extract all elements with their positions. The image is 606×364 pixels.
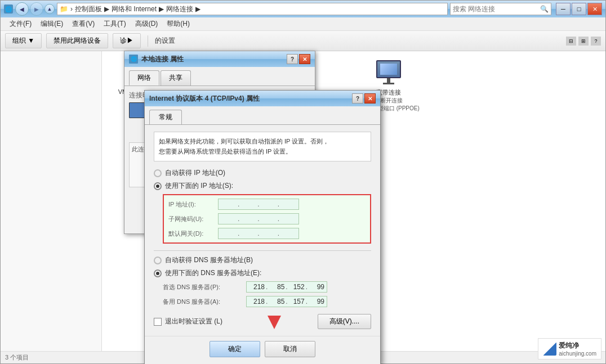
ip-octet-3[interactable] <box>261 200 277 208</box>
menu-file[interactable]: 文件(F) <box>5 18 36 30</box>
search-bar[interactable]: 🔍 <box>450 3 551 15</box>
subnet-input[interactable]: . . . <box>218 213 299 224</box>
primary-dns-4[interactable]: 99 <box>309 283 324 291</box>
title-bar: 🌐 ◀ ▶ ▲ 📁 › 控制面板 ▶ 网络和 Internet ▶ 网络连接 ▶… <box>1 1 605 17</box>
radio-auto-ip[interactable] <box>154 169 162 177</box>
status-text: 3 个项目 <box>5 353 29 362</box>
dialog-tcp-title-bar: Internet 协议版本 4 (TCP/IPv4) 属性 ? ✕ <box>145 91 380 106</box>
gateway-label: 默认网关(D): <box>168 230 213 238</box>
menu-help[interactable]: 帮助(H) <box>162 18 194 30</box>
subnet-label: 子网掩码(U): <box>168 215 213 223</box>
radio-manual-dns[interactable] <box>154 269 162 277</box>
primary-dns-2[interactable]: 85 <box>269 283 284 291</box>
breadcrumb-internet[interactable]: 网络和 Internet <box>112 5 157 14</box>
gateway-octet-1[interactable] <box>221 230 237 237</box>
primary-dns-3[interactable]: 152 <box>289 283 305 291</box>
tab-share[interactable]: 共享 <box>161 70 191 86</box>
secondary-dns-label: 备用 DNS 服务器(A): <box>163 298 242 306</box>
disable-network-button[interactable]: 禁用此网络设备 <box>46 33 108 48</box>
window-controls: ─ □ ✕ <box>556 3 602 15</box>
gateway-row: 默认网关(D): . . . <box>168 228 366 239</box>
dialog-tcp-close[interactable]: ✕ <box>364 93 376 104</box>
gateway-input[interactable]: . . . <box>218 228 299 239</box>
minimize-button[interactable]: ─ <box>556 3 571 15</box>
secondary-dns-input[interactable]: 218 . 85 . 157 . 99 <box>246 296 327 307</box>
tcp-tabs: 常规 <box>145 106 380 124</box>
exit-verify-checkbox[interactable] <box>154 318 162 326</box>
radio-manual-ip[interactable] <box>154 182 162 190</box>
tcp-cancel-button[interactable]: 取消 <box>265 341 315 357</box>
radio-manual-dns-row[interactable]: 使用下面的 DNS 服务器地址(E): <box>154 268 371 278</box>
gateway-octet-2[interactable] <box>240 230 256 237</box>
close-button[interactable]: ✕ <box>587 3 602 15</box>
primary-dns-label: 首选 DNS 服务器(P): <box>163 283 242 291</box>
radio-auto-dns-row[interactable]: 自动获得 DNS 服务器地址(B) <box>154 255 371 265</box>
nav-controls: ◀ ▶ ▲ <box>15 2 55 16</box>
gateway-octet-4[interactable] <box>280 230 296 237</box>
advanced-button[interactable]: 高级(V).... <box>318 314 371 329</box>
radio-auto-dns[interactable] <box>154 257 162 264</box>
radio-auto-ip-row[interactable]: 自动获得 IP 地址(O) <box>154 168 371 178</box>
gateway-octet-3[interactable] <box>261 230 277 237</box>
menu-tools[interactable]: 工具(T) <box>99 18 130 30</box>
breadcrumb-arrow2: ▶ <box>159 5 164 13</box>
secondary-dns-3[interactable]: 157 <box>289 298 305 305</box>
ip-address-input[interactable]: . . . <box>218 199 299 210</box>
tcp-desc-text: 如果网络支持此功能，则可以获取自动指派的 IP 设置。否则，您需要从网络系统管理… <box>159 138 329 155</box>
breadcrumb-item: 📁 <box>60 5 68 13</box>
tcp-ok-button[interactable]: 确定 <box>210 341 260 357</box>
search-icon: 🔍 <box>540 5 549 13</box>
dialog-local-help[interactable]: ? <box>287 54 298 64</box>
search-input[interactable] <box>453 5 540 13</box>
breadcrumb[interactable]: 📁 › 控制面板 ▶ 网络和 Internet ▶ 网络连接 ▶ <box>57 3 448 15</box>
dialog-tcp: Internet 协议版本 4 (TCP/IPv4) 属性 ? ✕ 常规 如果网… <box>144 90 381 364</box>
forward-button[interactable]: ▶ <box>30 2 43 16</box>
tcp-tab-general[interactable]: 常规 <box>149 110 182 124</box>
watermark-logo <box>543 342 556 356</box>
subnet-octet-4[interactable] <box>280 215 296 223</box>
back-button[interactable]: ◀ <box>15 2 29 16</box>
dialog-local-close[interactable]: ✕ <box>299 54 310 64</box>
primary-dns-input[interactable]: 218 . 85 . 152 . 99 <box>246 281 327 293</box>
ip-octet-1[interactable] <box>221 200 237 208</box>
tab-network[interactable]: 网络 <box>129 70 159 86</box>
subnet-row: 子网掩码(U): . . . <box>168 213 366 224</box>
subnet-octet-3[interactable] <box>261 215 277 223</box>
radio-auto-dns-label: 自动获得 DNS 服务器地址(B) <box>165 255 253 265</box>
secondary-dns-1[interactable]: 218 <box>249 298 265 305</box>
organize-button[interactable]: 组织 ▼ <box>5 33 42 48</box>
primary-dns-1[interactable]: 218 <box>249 283 265 291</box>
window-icon: 🌐 <box>4 5 13 14</box>
dialog-tcp-title-text: Internet 协议版本 4 (TCP/IPv4) 属性 <box>149 94 260 104</box>
view-icon-2[interactable]: ⊞ <box>578 37 589 46</box>
secondary-dns-row: 备用 DNS 服务器(A): 218 . 85 . 157 . 99 <box>163 296 371 307</box>
watermark-name: 爱纯净 <box>559 341 596 350</box>
breadcrumb-controlpanel[interactable]: 控制面板 <box>75 5 102 14</box>
secondary-dns-4[interactable]: 99 <box>309 298 324 305</box>
ip-address-row: IP 地址(I): . . . <box>168 199 366 210</box>
breadcrumb-network[interactable]: 网络连接 <box>166 5 193 14</box>
watermark-url: aichunjing.com <box>559 350 596 357</box>
help-icon[interactable]: ? <box>591 37 601 46</box>
diagnose-button[interactable]: 诊▶ <box>113 33 141 48</box>
menu-edit[interactable]: 编辑(E) <box>36 18 68 30</box>
view-icon-1[interactable]: ⊟ <box>566 37 576 46</box>
toolbar: 组织 ▼ 禁用此网络设备 诊▶ 的设置 ⊟ ⊞ ? <box>1 31 605 51</box>
subnet-octet-2[interactable] <box>240 215 256 223</box>
up-button[interactable]: ▲ <box>44 4 55 14</box>
menu-view[interactable]: 查看(V) <box>68 18 99 30</box>
watermark: 爱纯净 aichunjing.com <box>538 338 601 359</box>
radio-auto-ip-label: 自动获得 IP 地址(O) <box>165 168 225 178</box>
ip-octet-4[interactable] <box>280 200 296 208</box>
dialog-tcp-help[interactable]: ? <box>352 93 363 104</box>
radio-manual-ip-row[interactable]: 使用下面的 IP 地址(S): <box>154 181 371 191</box>
ip-octet-2[interactable] <box>240 200 256 208</box>
restore-button[interactable]: □ <box>572 3 586 15</box>
breadcrumb-separator: › <box>70 5 73 13</box>
menu-advanced[interactable]: 高级(D) <box>131 18 163 30</box>
toolbar-separator <box>148 35 148 47</box>
dialog-local-title-bar: 🌐 本地连接 属性 ? ✕ <box>124 51 315 67</box>
exit-verify-checkbox-row[interactable]: 退出时验证设置 (L) <box>154 317 222 326</box>
secondary-dns-2[interactable]: 85 <box>269 298 284 305</box>
subnet-octet-1[interactable] <box>221 215 237 223</box>
